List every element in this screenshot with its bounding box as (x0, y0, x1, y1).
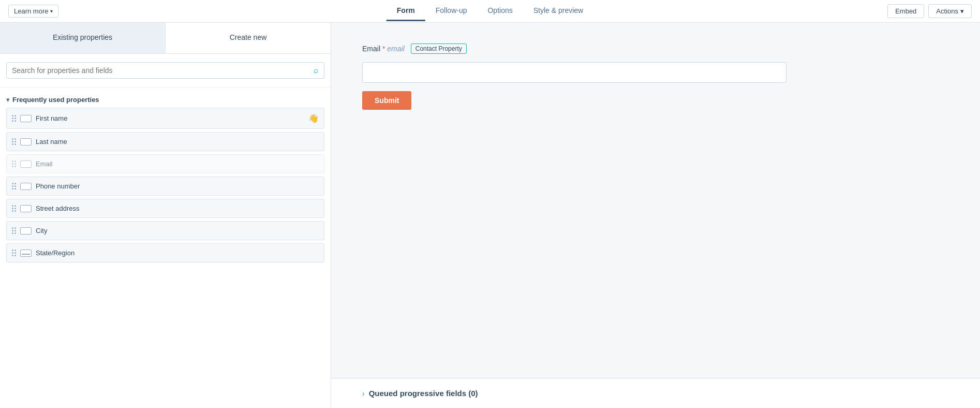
form-preview: Email * email Contact Property Submit (331, 23, 980, 378)
property-item-lastname[interactable]: Last name (6, 132, 324, 151)
search-input[interactable] (12, 66, 314, 75)
contact-property-badge: Contact Property (411, 43, 467, 54)
top-nav: Learn more ▾ Form Follow-up Options Styl… (0, 0, 980, 23)
search-container: ⌕ (0, 54, 331, 88)
cursor-icon-firstname: 👋 (308, 113, 319, 123)
actions-label: Actions (936, 7, 958, 15)
drag-handle-address (12, 205, 16, 212)
embed-label: Embed (895, 7, 916, 15)
queued-title: Queued progressive fields (0) (369, 389, 478, 398)
search-box: ⌕ (6, 62, 324, 79)
create-new-label: Create new (230, 33, 267, 41)
required-indicator: * (382, 45, 387, 53)
submit-button[interactable]: Submit (362, 91, 411, 110)
email-field-label: Email * email (362, 45, 405, 53)
frequently-used-section-header[interactable]: ▾ Frequently used properties (6, 88, 324, 108)
learn-more-button[interactable]: Learn more ▾ (8, 5, 58, 18)
embed-button[interactable]: Embed (887, 4, 924, 18)
queued-chevron-icon: › (362, 389, 365, 398)
section-label: Frequently used properties (12, 96, 99, 104)
email-label-text: Email (362, 45, 380, 53)
drag-handle-city (12, 227, 16, 234)
submit-label: Submit (375, 96, 399, 105)
email-field-row: Email * email Contact Property (362, 43, 949, 54)
property-item-phone[interactable]: Phone number (6, 177, 324, 196)
section-chevron-icon: ▾ (6, 96, 9, 104)
main-layout: Existing properties Create new ⌕ ▾ Frequ… (0, 23, 980, 408)
panel-tab-create[interactable]: Create new (165, 23, 331, 53)
drag-handle-lastname (12, 138, 16, 145)
property-name-city: City (36, 227, 47, 235)
panel-tabs: Existing properties Create new (0, 23, 331, 54)
property-name-address: Street address (36, 205, 80, 212)
property-item-firstname[interactable]: First name 👋 (6, 108, 324, 129)
property-item-address[interactable]: Street address (6, 199, 324, 218)
drag-handle-state (12, 250, 16, 256)
panel-tab-existing[interactable]: Existing properties (0, 23, 165, 53)
learn-more-label: Learn more (14, 7, 48, 15)
field-icon-email (20, 161, 32, 168)
tab-followup[interactable]: Follow-up (425, 1, 478, 21)
drag-handle-firstname (12, 115, 16, 122)
field-icon-address (20, 205, 32, 212)
tab-stylepreview[interactable]: Style & preview (523, 1, 593, 21)
property-name-state: State/Region (36, 249, 75, 257)
properties-list: ▾ Frequently used properties First name … (0, 88, 331, 272)
properties-scroll-area: ▾ Frequently used properties First name … (0, 88, 331, 408)
left-panel: Existing properties Create new ⌕ ▾ Frequ… (0, 23, 331, 408)
field-icon-lastname (20, 138, 32, 145)
existing-properties-label: Existing properties (53, 33, 112, 41)
drag-handle-email (12, 161, 16, 167)
queued-header[interactable]: › Queued progressive fields (0) (362, 389, 949, 398)
field-icon-city (20, 227, 32, 235)
tab-form[interactable]: Form (387, 1, 425, 21)
property-name-firstname: First name (36, 114, 67, 122)
learn-more-chevron-icon: ▾ (50, 8, 53, 14)
property-item-email: Email (6, 154, 324, 173)
search-icon[interactable]: ⌕ (314, 66, 319, 75)
field-type-label: email (387, 45, 404, 53)
main-nav-tabs: Form Follow-up Options Style & preview (387, 1, 593, 21)
property-item-city[interactable]: City (6, 221, 324, 240)
property-name-lastname: Last name (36, 138, 67, 145)
field-icon-firstname (20, 115, 32, 122)
property-item-state[interactable]: State/Region (6, 243, 324, 263)
nav-actions: Embed Actions ▾ (887, 4, 972, 18)
queued-section: › Queued progressive fields (0) (331, 378, 980, 408)
email-input-preview[interactable] (362, 62, 786, 83)
property-name-email: Email (36, 160, 53, 168)
tab-options[interactable]: Options (477, 1, 523, 21)
drag-handle-phone (12, 183, 16, 190)
property-name-phone: Phone number (36, 182, 80, 190)
right-panel: Email * email Contact Property Submit › … (331, 23, 980, 408)
actions-button[interactable]: Actions ▾ (928, 4, 972, 18)
actions-chevron-icon: ▾ (960, 7, 964, 15)
field-icon-state (20, 250, 32, 257)
field-icon-phone (20, 183, 32, 190)
